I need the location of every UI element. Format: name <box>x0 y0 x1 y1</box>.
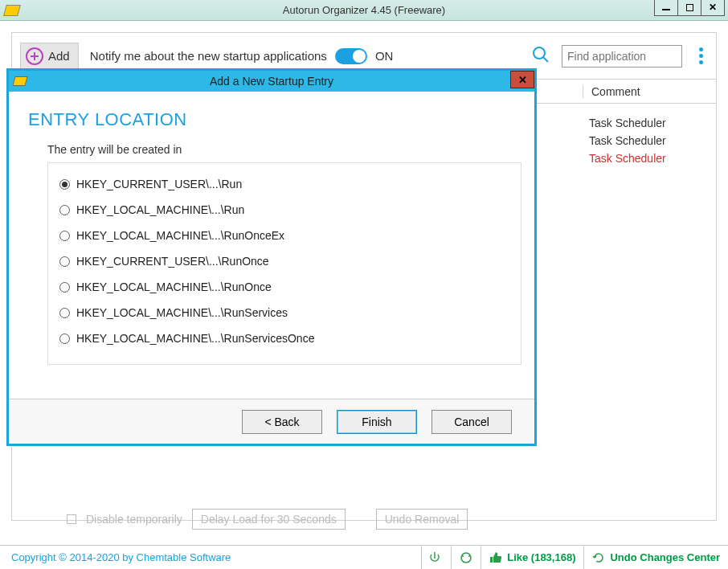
minimize-button[interactable] <box>654 0 678 16</box>
radio-icon <box>59 308 70 318</box>
hidden-controls-row: Disable temporarily Delay Load for 30 Se… <box>67 509 468 530</box>
svg-point-0 <box>534 47 545 59</box>
radio-icon <box>59 231 70 241</box>
notify-toggle[interactable] <box>335 48 367 64</box>
dialog-titlebar: Add a New Startup Entry ✕ <box>9 71 534 92</box>
dialog-close-button[interactable]: ✕ <box>510 71 534 88</box>
radio-icon <box>59 179 70 190</box>
back-button[interactable]: < Back <box>242 410 322 434</box>
radio-label: HKEY_LOCAL_MACHINE\...\RunServices <box>76 306 288 319</box>
add-entry-dialog: Add a New Startup Entry ✕ ENTRY LOCATION… <box>6 68 537 446</box>
svg-point-2 <box>461 553 471 563</box>
radio-option[interactable]: HKEY_CURRENT_USER\...\RunOnce <box>59 248 509 274</box>
like-button[interactable]: Like (183,168) <box>481 546 583 569</box>
window-titlebar: Autorun Organizer 4.45 (Freeware) ✕ <box>0 0 728 21</box>
dialog-heading: ENTRY LOCATION <box>28 109 515 130</box>
radio-option[interactable]: HKEY_LOCAL_MACHINE\...\RunServices <box>59 300 509 325</box>
radio-option[interactable]: HKEY_LOCAL_MACHINE\...\RunServicesOnce <box>59 325 509 351</box>
radio-icon <box>59 205 70 215</box>
add-button-label: Add <box>48 49 70 63</box>
radio-icon <box>59 334 70 344</box>
status-bar: Copyright © 2014-2020 by Chemtable Softw… <box>0 545 728 569</box>
svg-line-1 <box>543 57 548 62</box>
radio-option[interactable]: HKEY_LOCAL_MACHINE\...\RunOnce <box>59 274 509 300</box>
cancel-button[interactable]: Cancel <box>431 410 512 434</box>
search-input[interactable] <box>562 45 682 68</box>
location-radio-group: HKEY_CURRENT_USER\...\RunHKEY_LOCAL_MACH… <box>47 162 521 365</box>
radio-icon <box>59 282 70 293</box>
table-row[interactable]: Task Scheduler <box>589 117 716 129</box>
add-button[interactable]: Add <box>20 43 79 70</box>
dialog-footer: < Back Finish Cancel <box>9 399 534 444</box>
copyright-link[interactable]: Copyright © 2014-2020 by Chemtable Softw… <box>0 551 421 563</box>
radio-label: HKEY_LOCAL_MACHINE\...\RunServicesOnce <box>76 332 314 345</box>
radio-icon <box>59 256 70 267</box>
search-icon[interactable] <box>531 45 550 68</box>
plus-icon <box>26 47 43 65</box>
radio-option[interactable]: HKEY_LOCAL_MACHINE\...\RunOnceEx <box>59 223 509 248</box>
delay-load-button-disabled: Delay Load for 30 Seconds <box>192 509 346 530</box>
column-header-comment[interactable]: Comment <box>583 85 716 98</box>
radio-option[interactable]: HKEY_LOCAL_MACHINE\...\Run <box>59 197 509 223</box>
radio-label: HKEY_LOCAL_MACHINE\...\RunOnceEx <box>76 229 284 242</box>
toggle-state-label: ON <box>375 49 394 63</box>
group-label: The entry will be created in <box>47 143 515 156</box>
checkbox-icon <box>67 514 76 524</box>
undo-removal-button-disabled: Undo Removal <box>376 509 468 530</box>
menu-button[interactable] <box>693 47 708 64</box>
dialog-title: Add a New Startup Entry <box>9 75 534 88</box>
notify-label: Notify me about the new startup applicat… <box>90 49 327 63</box>
table-row[interactable]: Task Scheduler <box>589 152 716 165</box>
support-icon[interactable] <box>451 546 481 569</box>
finish-button[interactable]: Finish <box>337 410 417 434</box>
disable-temporarily-label: Disable temporarily <box>86 513 182 526</box>
undo-changes-button[interactable]: Undo Changes Center <box>583 546 728 569</box>
maximize-button[interactable] <box>677 0 701 16</box>
table-row[interactable]: Task Scheduler <box>589 134 716 147</box>
undo-changes-label: Undo Changes Center <box>610 551 720 563</box>
radio-label: HKEY_CURRENT_USER\...\Run <box>76 178 242 190</box>
task-list: Task SchedulerTask SchedulerTask Schedul… <box>589 117 716 165</box>
radio-option[interactable]: HKEY_CURRENT_USER\...\Run <box>59 171 509 197</box>
radio-label: HKEY_LOCAL_MACHINE\...\Run <box>76 203 244 216</box>
like-label: Like (183,168) <box>507 551 575 563</box>
radio-label: HKEY_CURRENT_USER\...\RunOnce <box>76 255 269 268</box>
window-title: Autorun Organizer 4.45 (Freeware) <box>0 4 728 16</box>
notify-row: Notify me about the new startup applicat… <box>90 48 394 64</box>
power-icon[interactable] <box>421 546 451 569</box>
close-button[interactable]: ✕ <box>701 0 725 16</box>
radio-label: HKEY_LOCAL_MACHINE\...\RunOnce <box>76 280 272 293</box>
